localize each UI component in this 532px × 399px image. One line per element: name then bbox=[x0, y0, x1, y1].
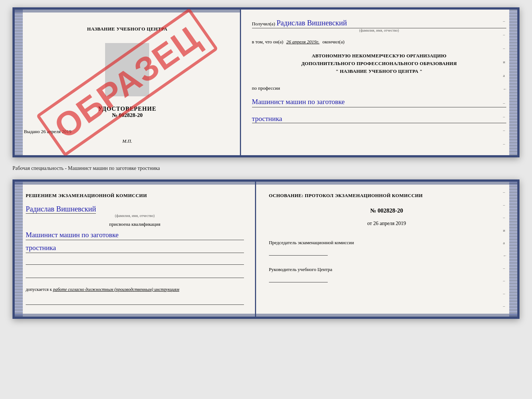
chairman-block: Председатель экзаменационной комиссии bbox=[269, 240, 504, 256]
qualification-line1: Машинист машин по заготовке bbox=[26, 231, 244, 240]
bottom-document-spread: Решением экзаменационной комиссии Радисл… bbox=[12, 179, 520, 319]
separator-text: Рабочая специальность - Машинист машин п… bbox=[12, 164, 520, 173]
institution-title: НАЗВАНИЕ УЧЕБНОГО ЦЕНТРА bbox=[87, 26, 168, 32]
side-marks-bottom: – – – и а ← – – – – bbox=[503, 182, 507, 317]
bottom-recipient-name: Радислав Вишневский bbox=[26, 205, 96, 214]
date-prefix: в том, что он(а) bbox=[252, 39, 284, 45]
bottom-name-block: Радислав Вишневский (фамилия, имя, отчес… bbox=[26, 203, 244, 218]
side-marks-top: – – – и а ← – – – – bbox=[503, 10, 507, 155]
osnovaniye-heading: Основание: протокол экзаменационной коми… bbox=[269, 192, 504, 199]
received-prefix: Получил(а) bbox=[252, 21, 275, 26]
protocol-number: № 002828-20 bbox=[269, 207, 504, 214]
issued-date: 26 апреля 2019 bbox=[41, 129, 72, 134]
org-line1: АВТОНОМНУЮ НЕКОММЕРЧЕСКУЮ ОРГАНИЗАЦИЮ bbox=[252, 52, 506, 60]
dopuskaetsya-text: работе согласно должностным (производств… bbox=[53, 287, 179, 292]
protocol-date-prefix: от bbox=[367, 221, 372, 226]
dopuskaetsya-prefix: допускается к bbox=[26, 287, 52, 292]
rukovoditel-block: Руководитель учебного Центра bbox=[269, 267, 504, 282]
okonchil-text: окончил(а) bbox=[322, 39, 344, 45]
blank-line-1 bbox=[26, 257, 244, 265]
top-left-page: НАЗВАНИЕ УЧЕБНОГО ЦЕНТРА УДОСТОВЕРЕНИЕ №… bbox=[15, 10, 241, 155]
cert-title: УДОСТОВЕРЕНИЕ bbox=[98, 106, 157, 112]
chairman-signature-line bbox=[269, 247, 328, 256]
recipient-name: Радислав Вишневский bbox=[277, 19, 347, 27]
photo-placeholder bbox=[105, 43, 149, 96]
chairman-label: Председатель экзаменационной комиссии bbox=[269, 240, 504, 246]
org-line2: ДОПОЛНИТЕЛЬНОГО ПРОФЕССИОНАЛЬНОГО ОБРАЗО… bbox=[252, 60, 506, 68]
issued-line: Выдано 26 апреля 2019 bbox=[24, 129, 231, 135]
top-right-page: Получил(а) Радислав Вишневский (фамилия,… bbox=[241, 10, 517, 155]
bottom-left-page: Решением экзаменационной комиссии Радисл… bbox=[15, 182, 256, 317]
prisvoena-text: присвоена квалификация bbox=[26, 221, 244, 227]
qualification-line2: тростника bbox=[26, 244, 244, 253]
blank-line-3 bbox=[26, 297, 244, 305]
rukovoditel-signature-line bbox=[269, 274, 328, 282]
mp-label: М.П. bbox=[122, 138, 132, 144]
protocol-date-block: от 26 апреля 2019 bbox=[269, 221, 504, 227]
rukovoditel-label: Руководитель учебного Центра bbox=[269, 267, 504, 272]
received-block: Получил(а) Радислав Вишневский (фамилия,… bbox=[252, 19, 506, 32]
org-block: АВТОНОМНУЮ НЕКОММЕРЧЕСКУЮ ОРГАНИЗАЦИЮ ДО… bbox=[252, 52, 506, 75]
issued-label: Выдано bbox=[24, 129, 40, 134]
blank-line-2 bbox=[26, 270, 244, 278]
bottom-right-page: Основание: протокол экзаменационной коми… bbox=[256, 182, 517, 317]
top-document-spread: НАЗВАНИЕ УЧЕБНОГО ЦЕНТРА УДОСТОВЕРЕНИЕ №… bbox=[12, 7, 520, 157]
profession-line2: тростника bbox=[252, 115, 506, 123]
fio-label-top: (фамилия, имя, отчество) bbox=[252, 28, 506, 32]
org-line3: " НАЗВАНИЕ УЧЕБНОГО ЦЕНТРА " bbox=[252, 68, 506, 75]
date-value: 26 апреля 2019г. bbox=[286, 39, 319, 45]
bottom-fio-label: (фамилия, имя, отчество) bbox=[26, 214, 244, 218]
date-okonchil-block: в том, что он(а) 26 апреля 2019г. окончи… bbox=[252, 39, 506, 45]
dopuskaetsya-block: допускается к работе согласно должностны… bbox=[26, 286, 244, 293]
cert-number: № 002828-20 bbox=[98, 112, 157, 118]
protocol-date: 26 апреля 2019 bbox=[373, 221, 406, 226]
profession-line1: Машинист машин по заготовке bbox=[252, 98, 506, 107]
komissia-heading: Решением экзаменационной комиссии bbox=[26, 192, 244, 199]
profession-label: по профессии bbox=[252, 85, 506, 91]
cert-title-block: УДОСТОВЕРЕНИЕ № 002828-20 bbox=[98, 106, 157, 118]
